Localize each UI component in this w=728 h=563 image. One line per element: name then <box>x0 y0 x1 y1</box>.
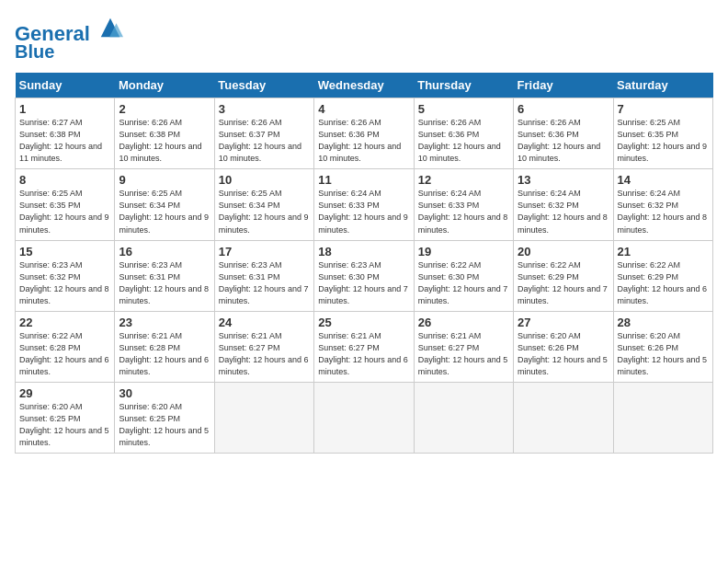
day-number: 17 <box>219 245 310 259</box>
day-info: Sunrise: 6:25 AMSunset: 6:34 PMDaylight:… <box>119 188 210 236</box>
day-info: Sunrise: 6:22 AMSunset: 6:28 PMDaylight:… <box>19 330 110 378</box>
day-info: Sunrise: 6:24 AMSunset: 6:32 PMDaylight:… <box>518 188 609 236</box>
calendar-cell: 5Sunrise: 6:26 AMSunset: 6:36 PMDaylight… <box>414 98 513 169</box>
calendar-cell: 30Sunrise: 6:20 AMSunset: 6:25 PMDayligh… <box>115 382 214 453</box>
calendar-cell: 4Sunrise: 6:26 AMSunset: 6:36 PMDaylight… <box>314 98 414 169</box>
calendar-cell: 20Sunrise: 6:22 AMSunset: 6:29 PMDayligh… <box>514 240 613 311</box>
col-header-monday: Monday <box>115 73 214 98</box>
day-number: 29 <box>19 386 110 400</box>
day-info: Sunrise: 6:26 AMSunset: 6:37 PMDaylight:… <box>219 117 310 165</box>
day-number: 9 <box>119 173 210 187</box>
day-info: Sunrise: 6:23 AMSunset: 6:32 PMDaylight:… <box>19 259 110 307</box>
day-info: Sunrise: 6:26 AMSunset: 6:36 PMDaylight:… <box>418 117 509 165</box>
calendar-cell: 28Sunrise: 6:20 AMSunset: 6:26 PMDayligh… <box>613 311 712 382</box>
calendar-cell <box>514 382 613 453</box>
calendar-cell: 25Sunrise: 6:21 AMSunset: 6:27 PMDayligh… <box>314 311 414 382</box>
day-number: 14 <box>618 173 709 187</box>
calendar-cell <box>414 382 513 453</box>
calendar-cell: 10Sunrise: 6:25 AMSunset: 6:34 PMDayligh… <box>214 169 313 240</box>
logo-icon <box>97 15 123 40</box>
day-info: Sunrise: 6:22 AMSunset: 6:29 PMDaylight:… <box>618 259 709 307</box>
day-number: 24 <box>219 316 310 329</box>
day-number: 2 <box>119 102 210 116</box>
calendar-cell: 9Sunrise: 6:25 AMSunset: 6:34 PMDaylight… <box>115 169 214 240</box>
calendar-cell: 12Sunrise: 6:24 AMSunset: 6:33 PMDayligh… <box>414 169 513 240</box>
calendar-cell: 2Sunrise: 6:26 AMSunset: 6:38 PMDaylight… <box>115 98 214 169</box>
calendar-cell: 24Sunrise: 6:21 AMSunset: 6:27 PMDayligh… <box>214 311 313 382</box>
day-info: Sunrise: 6:22 AMSunset: 6:29 PMDaylight:… <box>518 259 609 307</box>
day-info: Sunrise: 6:21 AMSunset: 6:28 PMDaylight:… <box>119 330 210 378</box>
calendar-cell: 17Sunrise: 6:23 AMSunset: 6:31 PMDayligh… <box>214 240 313 311</box>
logo: General Blue <box>15 15 123 62</box>
day-number: 30 <box>119 386 210 400</box>
calendar-cell: 1Sunrise: 6:27 AMSunset: 6:38 PMDaylight… <box>16 98 115 169</box>
day-info: Sunrise: 6:20 AMSunset: 6:26 PMDaylight:… <box>518 330 609 378</box>
day-info: Sunrise: 6:22 AMSunset: 6:30 PMDaylight:… <box>418 259 509 307</box>
day-number: 27 <box>518 316 609 329</box>
day-number: 13 <box>518 173 609 187</box>
day-info: Sunrise: 6:26 AMSunset: 6:36 PMDaylight:… <box>518 117 609 165</box>
calendar-cell: 15Sunrise: 6:23 AMSunset: 6:32 PMDayligh… <box>16 240 115 311</box>
calendar-cell <box>314 382 414 453</box>
calendar-cell <box>613 382 712 453</box>
day-number: 15 <box>19 245 110 259</box>
day-info: Sunrise: 6:23 AMSunset: 6:31 PMDaylight:… <box>219 259 310 307</box>
calendar-cell: 23Sunrise: 6:21 AMSunset: 6:28 PMDayligh… <box>115 311 214 382</box>
col-header-wednesday: Wednesday <box>314 73 414 98</box>
day-number: 4 <box>318 102 409 116</box>
day-number: 26 <box>418 316 509 329</box>
day-number: 1 <box>19 102 110 116</box>
calendar-week-row: 29Sunrise: 6:20 AMSunset: 6:25 PMDayligh… <box>16 382 713 453</box>
day-info: Sunrise: 6:23 AMSunset: 6:30 PMDaylight:… <box>318 259 409 307</box>
day-number: 7 <box>618 102 709 116</box>
calendar-cell: 14Sunrise: 6:24 AMSunset: 6:32 PMDayligh… <box>613 169 712 240</box>
day-number: 20 <box>518 245 609 259</box>
calendar-cell: 3Sunrise: 6:26 AMSunset: 6:37 PMDaylight… <box>214 98 313 169</box>
calendar-week-row: 1Sunrise: 6:27 AMSunset: 6:38 PMDaylight… <box>16 98 713 169</box>
day-info: Sunrise: 6:21 AMSunset: 6:27 PMDaylight:… <box>418 330 509 378</box>
calendar-cell: 19Sunrise: 6:22 AMSunset: 6:30 PMDayligh… <box>414 240 513 311</box>
col-header-thursday: Thursday <box>414 73 513 98</box>
calendar-cell: 8Sunrise: 6:25 AMSunset: 6:35 PMDaylight… <box>16 169 115 240</box>
day-info: Sunrise: 6:21 AMSunset: 6:27 PMDaylight:… <box>318 330 409 378</box>
day-number: 21 <box>618 245 709 259</box>
calendar-cell: 26Sunrise: 6:21 AMSunset: 6:27 PMDayligh… <box>414 311 513 382</box>
day-number: 12 <box>418 173 509 187</box>
day-info: Sunrise: 6:26 AMSunset: 6:38 PMDaylight:… <box>119 117 210 165</box>
calendar-cell: 7Sunrise: 6:25 AMSunset: 6:35 PMDaylight… <box>613 98 712 169</box>
day-number: 8 <box>19 173 110 187</box>
day-info: Sunrise: 6:20 AMSunset: 6:26 PMDaylight:… <box>618 330 709 378</box>
col-header-saturday: Saturday <box>613 73 712 98</box>
day-info: Sunrise: 6:20 AMSunset: 6:25 PMDaylight:… <box>19 401 110 449</box>
col-header-sunday: Sunday <box>16 73 115 98</box>
calendar-cell: 27Sunrise: 6:20 AMSunset: 6:26 PMDayligh… <box>514 311 613 382</box>
day-info: Sunrise: 6:25 AMSunset: 6:35 PMDaylight:… <box>19 188 110 236</box>
day-number: 10 <box>219 173 310 187</box>
col-header-tuesday: Tuesday <box>214 73 313 98</box>
day-info: Sunrise: 6:24 AMSunset: 6:33 PMDaylight:… <box>418 188 509 236</box>
calendar-cell: 16Sunrise: 6:23 AMSunset: 6:31 PMDayligh… <box>115 240 214 311</box>
day-number: 18 <box>318 245 409 259</box>
calendar-cell: 18Sunrise: 6:23 AMSunset: 6:30 PMDayligh… <box>314 240 414 311</box>
day-info: Sunrise: 6:24 AMSunset: 6:32 PMDaylight:… <box>618 188 709 236</box>
calendar-cell: 6Sunrise: 6:26 AMSunset: 6:36 PMDaylight… <box>514 98 613 169</box>
day-number: 23 <box>119 316 210 329</box>
day-info: Sunrise: 6:25 AMSunset: 6:35 PMDaylight:… <box>618 117 709 165</box>
day-number: 6 <box>518 102 609 116</box>
main-container: General Blue SundayMondayTuesdayWednesda… <box>0 0 728 461</box>
calendar-cell: 21Sunrise: 6:22 AMSunset: 6:29 PMDayligh… <box>613 240 712 311</box>
calendar-week-row: 15Sunrise: 6:23 AMSunset: 6:32 PMDayligh… <box>16 240 713 311</box>
day-info: Sunrise: 6:25 AMSunset: 6:34 PMDaylight:… <box>219 188 310 236</box>
day-number: 11 <box>318 173 409 187</box>
day-info: Sunrise: 6:26 AMSunset: 6:36 PMDaylight:… <box>318 117 409 165</box>
day-info: Sunrise: 6:24 AMSunset: 6:33 PMDaylight:… <box>318 188 409 236</box>
day-number: 3 <box>219 102 310 116</box>
day-number: 28 <box>618 316 709 329</box>
col-header-friday: Friday <box>514 73 613 98</box>
day-number: 25 <box>318 316 409 329</box>
calendar-cell: 22Sunrise: 6:22 AMSunset: 6:28 PMDayligh… <box>16 311 115 382</box>
calendar-cell: 29Sunrise: 6:20 AMSunset: 6:25 PMDayligh… <box>16 382 115 453</box>
day-number: 5 <box>418 102 509 116</box>
day-number: 19 <box>418 245 509 259</box>
calendar-cell <box>214 382 313 453</box>
